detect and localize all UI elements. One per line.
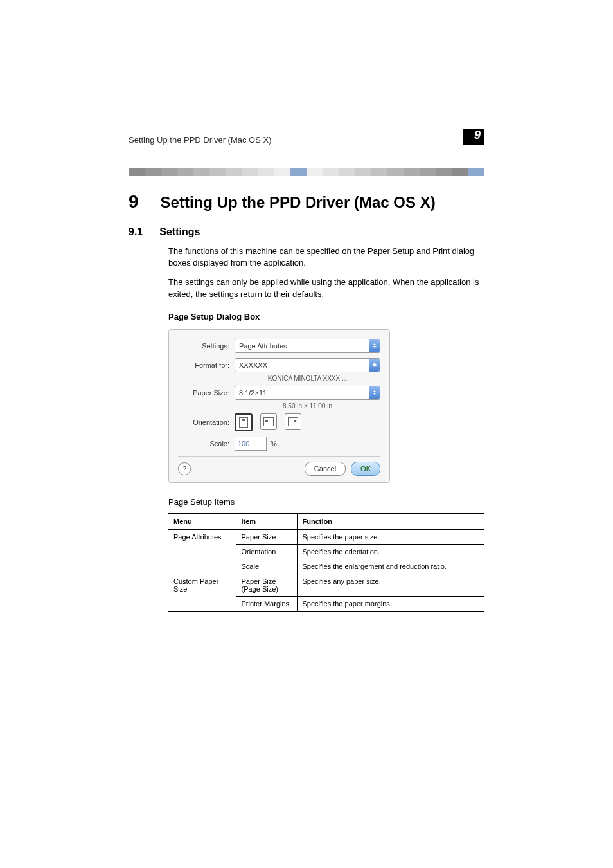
paragraph: The settings can only be applied while u… [168, 276, 484, 300]
paper-size-select[interactable]: 8 1/2×11 [235, 386, 380, 400]
th-item: Item [236, 514, 297, 529]
portrait-icon [239, 417, 248, 428]
dropdown-arrows-icon [369, 386, 380, 399]
dialog-divider [178, 456, 380, 457]
landscape-icon [263, 417, 274, 426]
scale-label: Scale: [178, 440, 235, 448]
table-caption: Page Setup Items [168, 497, 484, 507]
paper-size-label: Paper Size: [178, 389, 235, 397]
h1-text: Setting Up the PPD Driver (Mac OS X) [161, 194, 436, 212]
settings-select[interactable]: Page Attributes [235, 339, 380, 353]
orientation-reverse-landscape-button[interactable] [285, 413, 301, 430]
page-setup-items-table: Menu Item Function Page Attributes Paper… [168, 513, 484, 612]
ok-button[interactable]: OK [351, 462, 380, 476]
cell-item: Paper Size [236, 529, 297, 545]
scale-unit: % [271, 440, 277, 448]
h2-text: Settings [159, 226, 200, 238]
table-row: Page Attributes Paper Size Specifies the… [168, 529, 484, 545]
h1-number: 9 [129, 192, 139, 212]
reverse-landscape-icon [288, 417, 298, 426]
decorative-bar [129, 168, 484, 176]
cell-menu: Page Attributes [168, 529, 236, 574]
paper-size-value: 8 1/2×11 [239, 389, 267, 397]
cell-function: Specifies the paper margins. [297, 596, 484, 611]
running-header: Setting Up the PPD Driver (Mac OS X) [129, 135, 272, 145]
cell-item: Paper Size (Page Size) [236, 574, 297, 596]
orientation-portrait-button[interactable] [235, 413, 253, 431]
orientation-landscape-button[interactable] [260, 413, 277, 430]
cell-item: Orientation [236, 544, 297, 559]
format-for-value: XXXXXX [239, 361, 267, 369]
th-menu: Menu [168, 514, 236, 529]
cell-item: Printer Margins [236, 596, 297, 611]
settings-label: Settings: [178, 342, 235, 350]
th-function: Function [297, 514, 484, 529]
subheading: Page Setup Dialog Box [168, 312, 484, 321]
cell-menu: Custom Paper Size [168, 574, 236, 611]
format-for-select[interactable]: XXXXXX [235, 358, 380, 372]
format-for-label: Format for: [178, 361, 235, 369]
cell-item: Scale [236, 559, 297, 574]
table-row: Custom Paper Size Paper Size (Page Size)… [168, 574, 484, 596]
help-button[interactable]: ? [178, 462, 191, 475]
cell-function: Specifies the orientation. [297, 544, 484, 559]
header-rule [129, 149, 484, 149]
settings-value: Page Attributes [239, 342, 287, 350]
cell-function: Specifies the paper size. [297, 529, 484, 545]
orientation-label: Orientation: [178, 419, 235, 426]
heading-1: 9 Setting Up the PPD Driver (Mac OS X) [129, 192, 484, 212]
paragraph: The functions of this machine can be spe… [168, 246, 484, 269]
cell-function: Specifies the enlargement and reduction … [297, 559, 484, 574]
scale-input[interactable]: 100 [235, 437, 267, 451]
chapter-badge: 9 [463, 129, 484, 145]
format-for-subtext: KONICA MINOLTA XXXX ... [235, 375, 380, 382]
paper-size-subtext: 8.50 in × 11.00 in [235, 402, 380, 410]
h2-number: 9.1 [129, 226, 143, 238]
cell-function: Specifies any paper size. [297, 574, 484, 596]
dropdown-arrows-icon [369, 359, 380, 372]
dropdown-arrows-icon [369, 339, 380, 352]
heading-2: 9.1 Settings [129, 226, 484, 238]
page-setup-dialog: Settings: Page Attributes Format for: XX… [168, 329, 390, 483]
cancel-button[interactable]: Cancel [305, 462, 346, 476]
